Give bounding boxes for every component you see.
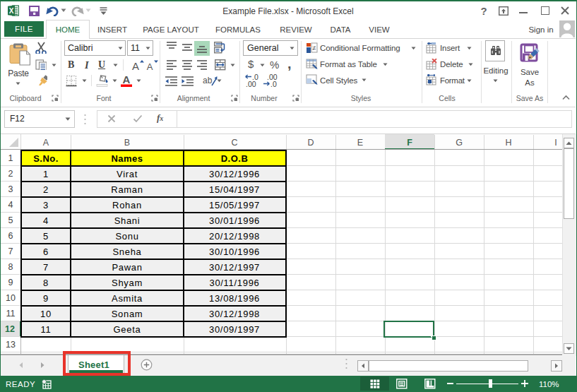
svg-text:A: A bbox=[123, 73, 131, 85]
svg-text:A: A bbox=[147, 61, 153, 71]
svg-text:?: ? bbox=[480, 6, 487, 16]
svg-text:X: X bbox=[9, 7, 14, 15]
svg-text:.00: .00 bbox=[246, 80, 256, 88]
svg-text:ab: ab bbox=[203, 76, 213, 85]
svg-text:≠: ≠ bbox=[313, 44, 316, 52]
svg-text:A: A bbox=[132, 60, 139, 71]
svg-text:.0: .0 bbox=[270, 80, 277, 88]
